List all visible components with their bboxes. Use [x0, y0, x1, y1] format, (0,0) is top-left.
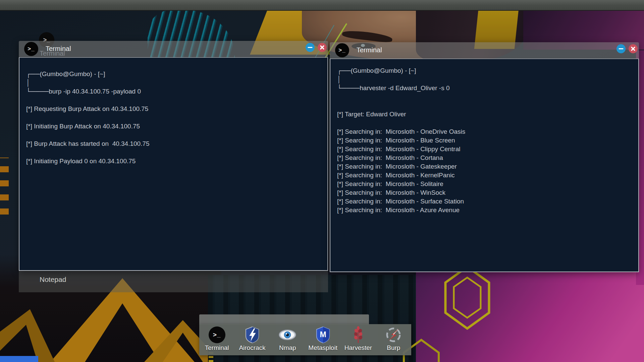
notepad-window-fragment[interactable]: Notepad: [19, 271, 328, 292]
dock-item-nmap[interactable]: Nmap: [271, 324, 304, 355]
terminal-icon: >_: [208, 326, 226, 344]
terminal-icon: >_: [24, 42, 38, 56]
terminal-output[interactable]: ┌──(Gumbo@Gumbo) - [~] │ └────harvester …: [330, 59, 639, 272]
dock: >_ Terminal Airocrack Nmap: [199, 324, 411, 355]
dock-item-burp[interactable]: Burp: [377, 324, 410, 355]
close-button[interactable]: [318, 43, 327, 52]
minus-icon: [619, 46, 624, 51]
window-title: Terminal: [46, 45, 71, 53]
window-titlebar[interactable]: >_ Terminal: [19, 41, 328, 57]
window-titlebar[interactable]: >_ Terminal: [330, 42, 639, 59]
svg-text:M: M: [320, 330, 326, 339]
dock-label: Terminal: [205, 344, 229, 352]
minus-icon: [308, 45, 313, 50]
close-icon: [320, 45, 325, 50]
burp-icon: [385, 326, 402, 344]
dock-label: Airocrack: [239, 344, 265, 352]
terminal-text: ┌──(Gumbo@Gumbo) - [~] │ └────harvester …: [330, 59, 638, 215]
dock-item-terminal[interactable]: >_ Terminal: [200, 324, 234, 355]
dock-item-metasploit[interactable]: M Metasploit: [306, 324, 340, 355]
minimize-button[interactable]: [616, 44, 626, 53]
close-button[interactable]: [629, 44, 638, 53]
terminal-window-left: >_ Terminal ┌──(Gumbo@Gumbo) - [~] │ └──…: [19, 41, 328, 271]
terminal-icon: >_: [335, 43, 349, 57]
nmap-eye-icon: [279, 326, 296, 344]
harvester-wheat-icon: [350, 326, 367, 344]
dock-label: Harvester: [344, 344, 372, 352]
metasploit-shield-icon: M: [314, 326, 332, 344]
window-title: Terminal: [357, 46, 382, 54]
dock-label: Nmap: [279, 344, 296, 352]
airocrack-icon: [244, 326, 261, 344]
dock-label: Metasploit: [308, 344, 337, 352]
dock-item-harvester[interactable]: Harvester: [341, 324, 375, 355]
terminal-output[interactable]: ┌──(Gumbo@Gumbo) - [~] │ └────burp -ip 4…: [19, 57, 328, 271]
top-panel: [0, 0, 644, 11]
terminal-text: ┌──(Gumbo@Gumbo) - [~] │ └────burp -ip 4…: [19, 58, 327, 166]
dock-handle[interactable]: [199, 314, 369, 325]
dock-label: Burp: [387, 344, 400, 352]
taskbar-fragment: [0, 356, 38, 362]
terminal-window-right: >_ Terminal ┌──(Gumbo@Gumbo) - [~] │ └──…: [330, 42, 639, 272]
notepad-title: Notepad: [40, 276, 66, 284]
minimize-button[interactable]: [306, 43, 315, 52]
dock-item-airocrack[interactable]: Airocrack: [235, 324, 269, 355]
close-icon: [631, 46, 636, 51]
